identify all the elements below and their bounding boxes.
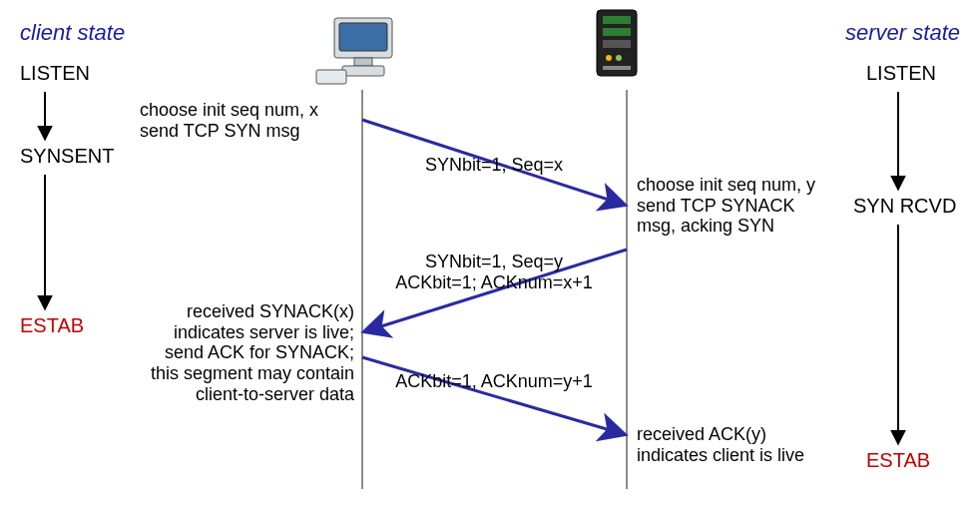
svg-rect-12 <box>597 10 637 76</box>
client-state-listen: LISTEN <box>20 62 90 85</box>
msg-ack: ACKbit=1, ACKnum=y+1 <box>374 371 614 392</box>
svg-point-16 <box>606 55 612 61</box>
client-note-1a: choose init seq num, x <box>140 100 318 121</box>
svg-rect-11 <box>316 70 346 84</box>
server-note-2b: indicates client is live <box>637 445 804 466</box>
svg-rect-9 <box>354 58 372 66</box>
msg-syn: SYNbit=1, Seq=x <box>379 155 609 176</box>
client-note-2b: indicates server is live; <box>120 322 354 343</box>
client-note-1: choose init seq num, x send TCP SYN msg <box>140 100 318 141</box>
msg-synack-b: ACKbit=1; ACKnum=x+1 <box>379 272 609 293</box>
server-note-2a: received ACK(y) <box>637 424 804 445</box>
client-note-2c: send ACK for SYNACK; <box>120 342 354 363</box>
svg-rect-7 <box>334 18 392 58</box>
svg-rect-14 <box>603 28 631 36</box>
server-note-1: choose init seq num, y send TCP SYNACK m… <box>637 175 815 237</box>
msg-synack-a: SYNbit=1, Seq=y <box>379 252 609 272</box>
server-note-1b: send TCP SYNACK <box>637 196 815 217</box>
svg-rect-8 <box>339 23 387 51</box>
svg-rect-13 <box>603 16 631 24</box>
server-state-header: server state <box>845 20 960 46</box>
client-state-estab: ESTAB <box>20 314 84 337</box>
svg-rect-15 <box>603 40 631 48</box>
svg-point-17 <box>616 55 622 61</box>
server-state-listen: LISTEN <box>866 62 936 85</box>
client-note-1b: send TCP SYN msg <box>140 121 318 142</box>
server-note-1c: msg, acking SYN <box>637 216 815 237</box>
server-state-synrcvd: SYN RCVD <box>853 195 956 218</box>
server-note-1a: choose init seq num, y <box>637 175 815 196</box>
server-note-2: received ACK(y) indicates client is live <box>637 424 804 465</box>
client-state-header: client state <box>20 20 125 46</box>
client-note-2: received SYNACK(x) indicates server is l… <box>120 301 354 404</box>
client-icon <box>316 18 392 84</box>
svg-rect-18 <box>603 66 631 70</box>
client-note-2e: client-to-server data <box>120 384 354 405</box>
svg-line-6 <box>362 357 624 434</box>
server-state-estab: ESTAB <box>866 449 930 472</box>
server-icon <box>597 10 637 76</box>
svg-rect-10 <box>342 66 384 76</box>
msg-synack: SYNbit=1, Seq=y ACKbit=1; ACKnum=x+1 <box>379 252 609 293</box>
client-note-2a: received SYNACK(x) <box>120 301 354 322</box>
client-state-synsent: SYNSENT <box>20 145 114 168</box>
client-note-2d: this segment may contain <box>120 363 354 384</box>
